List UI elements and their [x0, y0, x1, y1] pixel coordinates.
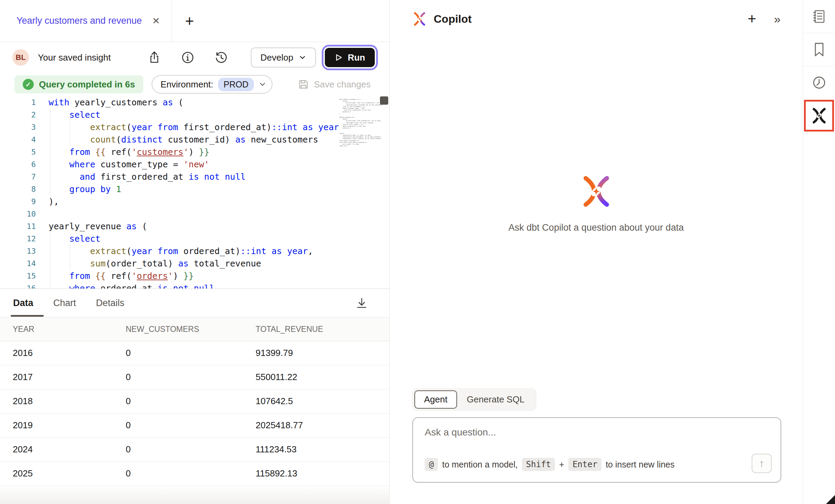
save-icon — [298, 79, 309, 90]
hint-newlines-text: to insert new lines — [606, 460, 674, 470]
table-cell: 2025418.77 — [256, 420, 389, 431]
new-chat-icon[interactable]: + — [748, 11, 756, 27]
table-cell: 107642.5 — [256, 396, 389, 407]
at-key: @ — [425, 458, 438, 471]
table-cell: 0 — [126, 468, 256, 479]
code-line: and first_ordered_at is not null — [49, 171, 339, 183]
insight-header: BL Your saved insight Develop — [0, 42, 389, 73]
history-clock-icon[interactable] — [803, 66, 835, 99]
table-row[interactable]: 201902025418.77 — [0, 413, 389, 438]
send-button[interactable]: ↑ — [752, 454, 772, 473]
code-line: group by 1 — [49, 183, 339, 196]
code-line: select — [49, 233, 339, 245]
table-cell: 2025 — [0, 468, 126, 479]
copilot-rail-item[interactable] — [803, 99, 835, 132]
table-row[interactable]: 20180107642.5 — [0, 389, 389, 413]
save-changes-button[interactable]: Save changes — [298, 79, 371, 90]
table-row[interactable]: 20170550011.22 — [0, 365, 389, 389]
hint-plus: + — [559, 460, 564, 470]
table-cell: 91399.79 — [256, 348, 389, 358]
chevron-down-icon — [299, 54, 306, 61]
code-line: where ordered_at is not null — [49, 282, 339, 288]
table-cell: 2018 — [0, 396, 126, 407]
tab-bar: Yearly customers and revenue ✕ + — [0, 0, 389, 42]
info-icon[interactable] — [181, 50, 195, 65]
results-panel: Data Chart Details YEARNEW_CUSTOMERSTOTA… — [0, 288, 389, 504]
results-tabs: Data Chart Details — [0, 289, 389, 317]
catalog-notebook-icon[interactable] — [803, 0, 835, 33]
table-cell: 0 — [126, 444, 256, 455]
mode-generate-sql[interactable]: Generate SQL — [457, 391, 534, 408]
copilot-panel: Copilot + » Ask dbt Copilot a question a… — [390, 0, 803, 504]
plus-icon: + — [185, 12, 194, 30]
copilot-active-highlight — [804, 100, 834, 132]
table-cell: 2019 — [0, 420, 126, 431]
sql-editor[interactable]: 12345678910111213141516 with yearly_cust… — [0, 96, 389, 288]
table-row[interactable]: 20240111234.53 — [0, 438, 389, 462]
table-cell: 2024 — [0, 444, 126, 455]
column-header: TOTAL_REVENUE — [256, 325, 389, 334]
copilot-empty-state: Ask dbt Copilot a question about your da… — [390, 175, 803, 233]
close-icon[interactable]: ✕ — [152, 15, 160, 27]
copilot-mode-toggle: Agent Generate SQL — [412, 388, 536, 411]
code-line: extract(year from first_ordered_at)::int… — [49, 121, 339, 134]
download-icon[interactable] — [354, 296, 369, 311]
bookmark-icon[interactable] — [803, 33, 835, 66]
table-cell: 0 — [126, 420, 256, 431]
editor-scrollbar-thumb[interactable] — [380, 96, 388, 105]
table-row[interactable]: 20250115892.13 — [0, 462, 389, 486]
table-footer-area — [0, 486, 389, 504]
status-bar: ✓ Query completed in 6s Environment: PRO… — [0, 73, 389, 96]
table-row[interactable]: 2016091399.79 — [0, 341, 389, 365]
page-title: Your saved insight — [38, 52, 111, 63]
column-header: NEW_CUSTOMERS — [126, 325, 256, 334]
tab-data[interactable]: Data — [13, 298, 33, 308]
hint-mention-text: to mention a model, — [442, 460, 518, 470]
share-icon[interactable] — [147, 50, 162, 65]
code-line: select — [49, 109, 339, 121]
environment-value: PROD — [218, 78, 254, 91]
run-button[interactable]: Run — [325, 48, 375, 67]
table-cell: 0 — [126, 372, 256, 382]
environment-label: Environment: — [161, 79, 213, 90]
copilot-header: Copilot + » — [390, 0, 803, 38]
history-icon[interactable] — [214, 50, 228, 65]
develop-button[interactable]: Develop — [251, 48, 316, 67]
copilot-empty-text: Ask dbt Copilot a question about your da… — [390, 222, 803, 233]
app: Yearly customers and revenue ✕ + BL Your… — [0, 0, 835, 504]
table-cell: 0 — [126, 396, 256, 407]
code-line — [49, 208, 339, 220]
code-line: where customer_type = 'new' — [49, 158, 339, 171]
mode-agent[interactable]: Agent — [414, 390, 457, 409]
tab-chart[interactable]: Chart — [53, 298, 76, 308]
avatar: BL — [12, 49, 29, 66]
table-cell: 2016 — [0, 348, 126, 358]
query-status-badge: ✓ Query completed in 6s — [14, 75, 143, 93]
collapse-panel-icon[interactable]: » — [774, 12, 780, 26]
copilot-question-input[interactable]: Ask a question... @ to mention a model, … — [412, 417, 781, 483]
shift-key: Shift — [522, 458, 555, 471]
play-icon — [334, 53, 343, 62]
chevron-down-icon — [259, 81, 266, 88]
dbt-copilot-icon-black — [811, 107, 827, 124]
copilot-title: Copilot — [434, 13, 472, 25]
code-lines[interactable]: with yearly_customers as ( select extrac… — [49, 96, 339, 288]
new-tab-button[interactable]: + — [185, 0, 194, 42]
save-changes-label: Save changes — [314, 79, 371, 90]
column-header: YEAR — [0, 325, 126, 334]
tab-details[interactable]: Details — [96, 298, 125, 308]
check-circle-icon: ✓ — [23, 79, 34, 90]
code-line: count(distinct customer_id) as new_custo… — [49, 134, 339, 146]
tab-yearly-customers-and-revenue[interactable]: Yearly customers and revenue ✕ — [0, 0, 172, 42]
code-line: with yearly_customers as ( — [49, 96, 339, 109]
environment-selector[interactable]: Environment: PROD — [152, 75, 272, 94]
active-tab-underline — [11, 315, 44, 317]
right-icon-rail — [803, 0, 835, 504]
resize-corner — [826, 495, 835, 504]
query-status-text: Query completed in 6s — [39, 79, 135, 90]
editor-minimap[interactable]: with yearly_customers as ( select extrac… — [339, 98, 380, 147]
code-line: ), — [49, 196, 339, 208]
input-placeholder: Ask a question... — [425, 427, 496, 438]
editor-gutter: 12345678910111213141516 — [0, 96, 36, 288]
table-cell: 2017 — [0, 372, 126, 382]
